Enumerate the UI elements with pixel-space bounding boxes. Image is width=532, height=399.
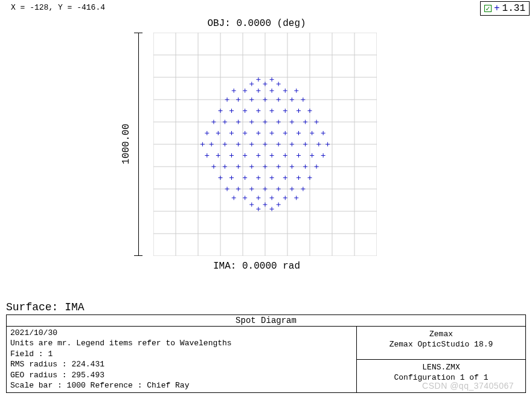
info-title: Spot Diagram [7,315,525,327]
info-date: 2021/10/30 [10,328,353,339]
info-panel: Surface: IMA Spot Diagram 2021/10/30 Uni… [6,301,526,393]
lens-file: LENS.ZMX [361,362,522,373]
wavelength-legend: ✓ + 1.31 [480,1,530,16]
chart-title-top: OBJ: 0.0000 (deg) [121,18,393,29]
watermark: CSDN @qq_37405067 [422,381,514,391]
plus-icon: + [494,3,500,14]
legend-value: 1.31 [502,3,525,14]
software-name: Zemax [361,329,522,340]
cursor-coordinates: X = -128, Y = -416.4 [11,3,105,12]
scale-bar-label: 1000.00 [121,124,132,164]
info-rms: RMS radius : 224.431 [10,359,353,370]
info-scale: Scale bar : 1000 Reference : Chief Ray [10,380,353,391]
info-software-block: Zemax Zemax OpticStudio 18.9 [356,327,525,360]
chart-title-bottom: IMA: 0.0000 rad [121,261,393,272]
surface-label: Surface: IMA [6,301,526,313]
info-geo: GEO radius : 295.493 [10,370,353,381]
info-units: Units are mr. Legend items refer to Wave… [10,338,353,349]
spot-plot [153,33,377,256]
scale-bar-vertical [134,33,143,256]
info-field: Field : 1 [10,349,353,360]
spot-diagram-chart: OBJ: 0.0000 (deg) 1000.00 IMA: 0.0000 ra… [121,18,393,284]
software-version: Zemax OpticStudio 18.9 [361,339,522,350]
legend-check-icon: ✓ [484,5,492,12]
info-left-block: 2021/10/30 Units are mr. Legend items re… [7,327,356,392]
